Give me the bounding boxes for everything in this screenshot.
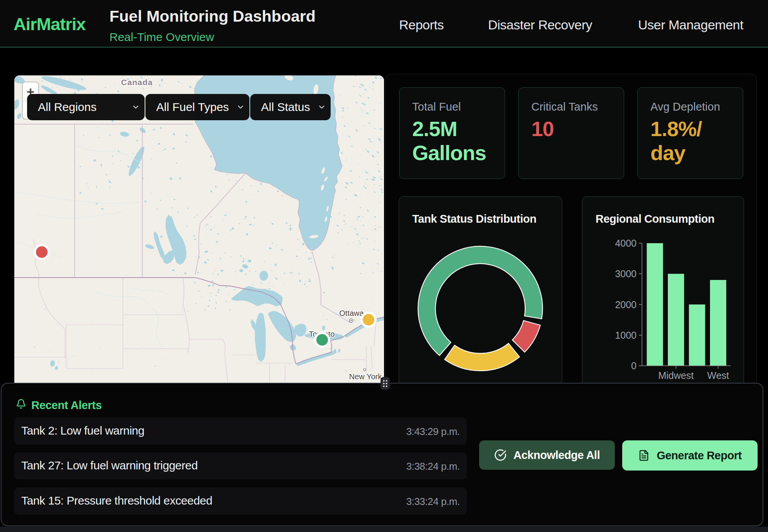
svg-text:New York: New York xyxy=(349,372,382,381)
svg-text:Ottawa: Ottawa xyxy=(339,309,364,317)
svg-text:4000: 4000 xyxy=(615,238,637,249)
svg-text:2000: 2000 xyxy=(615,299,637,310)
svg-text:0: 0 xyxy=(631,360,637,371)
svg-text:3000: 3000 xyxy=(615,268,637,279)
svg-text:1000: 1000 xyxy=(615,330,637,341)
svg-text:West: West xyxy=(707,370,729,381)
svg-text:Canada: Canada xyxy=(121,78,153,87)
svg-text:Midwest: Midwest xyxy=(658,370,694,381)
